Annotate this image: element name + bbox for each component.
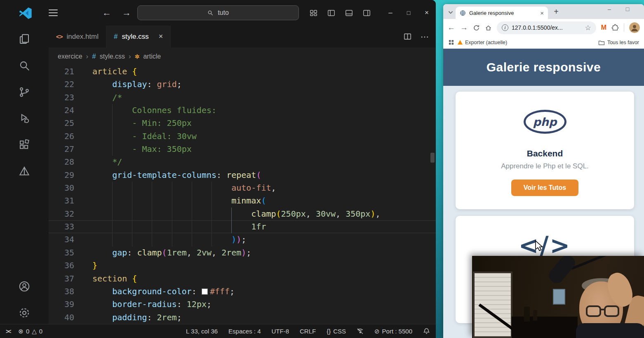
close-button[interactable]: × — [642, 6, 644, 12]
eol-status[interactable]: CRLF — [300, 328, 316, 335]
code-line[interactable]: 37section { — [49, 272, 436, 285]
vscode-window: ← → tuto — [0, 0, 436, 338]
maximize-button[interactable]: □ — [400, 0, 418, 26]
profile-avatar[interactable] — [629, 22, 640, 33]
code-line[interactable]: 32 clamp(250px, 30vw, 350px), — [49, 208, 436, 220]
browser-tab[interactable]: Galerie responsive × — [456, 7, 548, 19]
bookmark-folder-favorites[interactable]: Tous les favor — [598, 39, 639, 46]
forward-arrow-icon[interactable]: → — [460, 23, 468, 32]
back-arrow-icon[interactable]: ← — [447, 23, 455, 32]
indent-guide — [132, 194, 132, 207]
code-line[interactable]: 22 display: grid; — [49, 78, 436, 91]
code-line[interactable]: 25 - Min: 250px — [49, 117, 436, 130]
close-button[interactable]: × — [418, 0, 436, 26]
problems-status[interactable]: ⊗ 0 △ 0 — [18, 328, 42, 335]
new-tab-button[interactable]: + — [550, 6, 562, 17]
prism-extension-icon[interactable] — [17, 164, 31, 178]
apps-grid-icon[interactable] — [448, 39, 454, 45]
minimize-button[interactable]: – — [381, 0, 400, 26]
tab-style-css[interactable]: # style.css × — [106, 26, 171, 47]
cursor-position[interactable]: L 33, col 36 — [186, 328, 218, 335]
forward-arrow-icon[interactable]: → — [122, 7, 131, 18]
split-editor-icon[interactable] — [404, 33, 411, 40]
more-actions-icon[interactable]: ⋯ — [421, 32, 429, 42]
extension-m-icon[interactable]: M — [601, 24, 606, 31]
layout-grid-icon[interactable] — [310, 9, 317, 17]
code-line[interactable]: 28 */ — [49, 156, 436, 168]
account-icon[interactable] — [17, 279, 31, 293]
vscode-titlebar: ← → tuto — [0, 0, 436, 26]
explorer-icon[interactable] — [17, 32, 31, 46]
toggle-panel-icon[interactable] — [345, 9, 353, 17]
search-value: tuto — [218, 9, 229, 17]
bookmark-exporter[interactable]: Exporter (actuelle) — [458, 40, 507, 45]
notifications-bell-icon[interactable] — [423, 328, 430, 335]
indent-guide — [212, 208, 212, 220]
code-line[interactable]: 35 gap: clamp(1rem, 2vw, 2rem); — [49, 246, 436, 259]
tab-index-html[interactable]: <> index.html — [49, 26, 106, 47]
breadcrumb-folder[interactable]: exercice — [58, 53, 82, 60]
code-line[interactable]: 23 /* — [49, 91, 436, 104]
reload-icon[interactable] — [473, 24, 480, 31]
line-number: 25 — [49, 117, 74, 130]
bookmark-star-icon[interactable]: ☆ — [585, 24, 591, 32]
error-icon: ⊗ — [18, 328, 24, 335]
indentation-status[interactable]: Espaces : 4 — [228, 328, 261, 335]
code-line[interactable]: 40 padding: 2rem; — [49, 311, 436, 324]
code-line[interactable]: 30 auto-fit, — [49, 182, 436, 194]
code-line[interactable]: 34 )); — [49, 233, 436, 246]
back-arrow-icon[interactable]: ← — [102, 7, 111, 18]
search-sidebar-icon[interactable] — [17, 59, 31, 73]
menu-icon[interactable] — [49, 9, 58, 16]
code-line[interactable]: 29 grid-template-columns: repeat( — [49, 169, 436, 182]
voir-les-tutos-button[interactable]: Voir les Tutos — [511, 180, 578, 196]
css-file-icon: # — [92, 52, 96, 61]
line-number: 22 — [49, 78, 74, 91]
code-lines: 21article {22 display: grid;23 /*24 Colo… — [49, 65, 436, 324]
extensions-puzzle-icon[interactable] — [611, 24, 619, 31]
tab-close-icon[interactable]: × — [540, 9, 544, 17]
remote-indicator[interactable]: >< — [6, 328, 10, 335]
code-line[interactable]: 21article { — [49, 65, 436, 78]
minimize-button[interactable]: – — [605, 6, 613, 12]
indent-guide — [192, 220, 192, 233]
code-line[interactable]: 26 - Idéal: 30vw — [49, 130, 436, 143]
card-backend: php Backend Apprendre le Php et le SQL. … — [456, 92, 634, 209]
code-editor[interactable]: 21article {22 display: grid;23 /*24 Colo… — [49, 65, 436, 324]
desk-silhouette — [512, 317, 578, 338]
settings-gear-icon[interactable] — [17, 306, 31, 320]
toggle-secondary-sidebar-icon[interactable] — [363, 9, 371, 17]
line-number: 37 — [49, 272, 74, 285]
tab-search-chevron-icon[interactable] — [447, 9, 454, 16]
line-number: 40 — [49, 311, 74, 324]
code-line[interactable]: 27 - Max: 350px — [49, 143, 436, 156]
home-icon[interactable] — [485, 24, 492, 31]
encoding-status[interactable]: UTF-8 — [271, 328, 289, 335]
code-line[interactable]: 39 border-radius: 12px; — [49, 298, 436, 311]
code-line[interactable]: 24 Colonnes fluides: — [49, 104, 436, 117]
extensions-icon[interactable] — [17, 138, 31, 152]
line-number: 34 — [49, 233, 74, 246]
command-center-search[interactable]: tuto — [137, 5, 299, 20]
indent-guide — [172, 208, 172, 220]
editor-scrollbar[interactable] — [430, 153, 435, 163]
language-status[interactable]: {} CSS — [327, 328, 346, 335]
indent-guide — [112, 233, 113, 246]
microphone-arm — [571, 256, 609, 270]
breadcrumb-file[interactable]: style.css — [100, 53, 125, 60]
address-bar[interactable]: i 127.0.0.1:5500/ex... ☆ — [497, 21, 596, 34]
code-line[interactable]: 33 1fr — [49, 220, 436, 233]
port-status[interactable]: ⊘ Port : 5500 — [374, 328, 412, 335]
code-line[interactable]: 36} — [49, 259, 436, 272]
site-info-icon[interactable]: i — [502, 24, 508, 31]
code-line[interactable]: 31 minmax( — [49, 194, 436, 207]
indent-guide — [152, 233, 152, 246]
tab-close-icon[interactable]: × — [159, 32, 163, 41]
source-control-icon[interactable] — [17, 85, 31, 99]
run-debug-icon[interactable] — [17, 111, 31, 125]
maximize-button[interactable]: □ — [623, 6, 632, 12]
breadcrumb-symbol[interactable]: article — [143, 53, 161, 60]
toggle-sidebar-icon[interactable] — [327, 9, 335, 17]
code-line[interactable]: 38 background-color: #fff; — [49, 285, 436, 298]
live-reload-off-icon[interactable] — [357, 328, 364, 335]
